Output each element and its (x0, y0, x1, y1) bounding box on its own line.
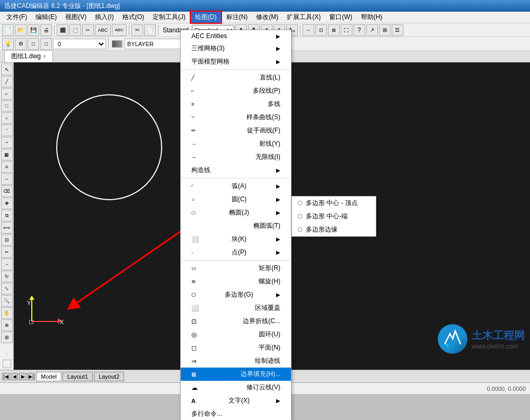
menu-help[interactable]: 帮助(H) (357, 12, 387, 23)
layout-nav-first[interactable]: |◀ (2, 373, 10, 380)
menu-boundary[interactable]: ⊡ 边界折线(C... (181, 315, 291, 328)
lt-extend[interactable]: → (1, 258, 13, 270)
lt-spline[interactable]: ~ (1, 137, 13, 148)
menu-window[interactable]: 窗口(W) (325, 12, 356, 23)
menu-annotate[interactable]: 标注(N) (222, 12, 252, 23)
tb-misc5[interactable]: ↗ (366, 24, 378, 36)
tb-light[interactable]: 💡 (2, 38, 14, 50)
lt-rotate[interactable]: ↻ (1, 271, 13, 282)
menu-customize[interactable]: 定制工具(J) (148, 12, 190, 23)
menu-text[interactable]: A 文字(X) ▶ (181, 394, 291, 407)
lt-copy[interactable]: ⧉ (1, 210, 13, 221)
menu-revision[interactable]: ☁ 修订云线(V) (181, 381, 291, 394)
lt-zoom[interactable]: 🔍 (1, 295, 13, 307)
layout-nav-prev[interactable]: ◀ (11, 373, 18, 380)
lt-scale[interactable]: ⤡ (1, 283, 13, 294)
tb-paste[interactable]: 📋 (69, 24, 81, 36)
menu-construction[interactable]: 构造线 ▶ (181, 164, 291, 177)
lt-select[interactable]: ↖ (1, 64, 13, 75)
menu-format[interactable]: 格式(O) (118, 12, 148, 23)
menu-edit[interactable]: 编辑(E) (31, 12, 61, 23)
menu-ellipse-arc[interactable]: 椭圆弧(T) (181, 219, 291, 233)
tb-misc7[interactable]: ☰ (392, 24, 403, 36)
submenu-polygon-edge[interactable]: ⬡ 多边形边缘 (292, 223, 376, 236)
tb-abc2[interactable]: ABC (112, 24, 127, 36)
menu-insert[interactable]: 插入(I) (91, 12, 118, 23)
layout-nav-next[interactable]: ▶ (19, 373, 26, 380)
tb-new[interactable]: 📄 (2, 24, 14, 36)
menu-polygon[interactable]: ⬡ 多边形(G) ▶ (181, 288, 291, 301)
tb-misc1[interactable]: ↔ (303, 24, 314, 36)
menu-planar[interactable]: 平面模型网格 ▶ (181, 55, 291, 68)
menu-aec[interactable]: AEC Entities ▶ (181, 30, 291, 42)
menu-ray[interactable]: → 射线(Y) (181, 137, 291, 150)
menu-point[interactable]: · 点(P) ▶ (181, 246, 291, 259)
menu-hatch[interactable]: ▦ 边界填充(H)... (181, 368, 291, 381)
drawing-tab[interactable]: 图纸1.dwg × (4, 50, 53, 62)
layout-nav-last[interactable]: ▶| (28, 373, 35, 380)
lt-pan[interactable]: ✋ (1, 307, 13, 319)
tb-misc3[interactable]: ⊠ (328, 24, 340, 36)
lt-arc[interactable]: ◜ (1, 124, 13, 136)
tab-close[interactable]: × (43, 53, 46, 59)
tb-copy2[interactable]: 📄 (144, 24, 156, 36)
tb-open[interactable]: 📂 (15, 24, 26, 36)
menu-arc[interactable]: ◜ 弧(A) ▶ (181, 180, 291, 193)
tb-help[interactable]: ? (354, 24, 365, 36)
lt-hatch[interactable]: ▦ (1, 149, 13, 160)
submenu-polygon-center-edge[interactable]: ⬡ 多边形 中心-端 (292, 210, 376, 223)
menu-plane[interactable]: ◻ 平面(N) (181, 341, 291, 354)
lt-mirror[interactable]: ⟺ (1, 222, 13, 234)
menu-view[interactable]: 视图(V) (61, 12, 91, 23)
lt-grid[interactable]: ⊞ (1, 332, 13, 343)
menu-xline[interactable]: ↔ 无限线(I) (181, 150, 291, 164)
menu-block[interactable]: ⬜ 块(K) ▶ (181, 233, 291, 246)
lt-snap[interactable]: ⊕ (1, 319, 13, 331)
tb-layerbtn[interactable]: □ (40, 38, 52, 50)
menu-spline[interactable]: ~ 样条曲线(S) (181, 111, 291, 124)
layout-tab-1[interactable]: Layout1 (63, 372, 93, 381)
lt-line[interactable]: ╱ (1, 76, 13, 87)
menu-circle[interactable]: ○ 圆(C) ▶ (181, 193, 291, 206)
menu-trace[interactable]: ⇒ 绘制迹线 (181, 354, 291, 368)
tb-copy[interactable]: ⬛ (57, 24, 68, 36)
lt-rect[interactable]: □ (1, 100, 13, 112)
menu-draw[interactable]: 绘图(D) (190, 11, 222, 24)
menu-wipeout[interactable]: ⬜ 区域覆盖 (181, 301, 291, 315)
tb-save[interactable]: 💾 (28, 24, 39, 36)
lt-dim[interactable]: ↔ (1, 173, 13, 185)
menu-donut[interactable]: ◎ 圆环(U) (181, 328, 291, 341)
tb-misc6[interactable]: ⊞ (379, 24, 391, 36)
lt-trim[interactable]: ✂ (1, 246, 13, 258)
menu-ellipse[interactable]: ⬭ 椭圆(J) ▶ (181, 206, 291, 219)
menu-extend[interactable]: 扩展工具(X) (282, 12, 325, 23)
lt-text[interactable]: A (1, 161, 13, 173)
menu-multiline[interactable]: ≡ 多线 (181, 97, 291, 111)
menu-line[interactable]: ╱ 直线(L) (181, 71, 291, 84)
tb-scissors[interactable]: ✂ (131, 24, 143, 36)
tb-print[interactable]: 🖨 (40, 24, 52, 36)
menu-rect[interactable]: ▭ 矩形(R) (181, 262, 291, 275)
tb-gear[interactable]: ⚙ (15, 38, 26, 50)
menu-helix[interactable]: ≋ 螺旋(H) (181, 275, 291, 288)
lt-circle[interactable]: ○ (1, 112, 13, 124)
menu-polyline[interactable]: ⌐ 多段线(P) (181, 84, 291, 97)
tb-misc4[interactable]: ⛶ (341, 24, 352, 36)
lt-offset[interactable]: ⊟ (1, 234, 13, 246)
menu-multicommand[interactable]: 多行命令... (181, 407, 291, 420)
lt-erase[interactable]: ⌫ (1, 185, 13, 197)
lt-move[interactable]: ✥ (1, 198, 13, 209)
tb-misc2[interactable]: ⊡ (315, 24, 327, 36)
submenu-polygon-center-vertex[interactable]: ⬡ 多边形 中心 - 顶点 (292, 196, 376, 210)
menu-modify[interactable]: 修改(M) (252, 12, 282, 23)
layout-tab-2[interactable]: Layout2 (94, 372, 124, 381)
menu-3dmesh[interactable]: 三维网格(3) ▶ (181, 42, 291, 55)
menu-freehand[interactable]: ✏ 徒手画线(F) (181, 124, 291, 137)
menu-file[interactable]: 文件(F) (2, 12, 31, 23)
layout-tab-model[interactable]: Model (36, 372, 61, 381)
tb-layers[interactable]: □ (28, 38, 39, 50)
tb-cut[interactable]: ✂ (82, 24, 94, 36)
lt-polyline[interactable]: ⌐ (1, 88, 13, 100)
layer-select[interactable]: 0 (53, 39, 106, 49)
tb-abc[interactable]: ABC (95, 24, 111, 36)
